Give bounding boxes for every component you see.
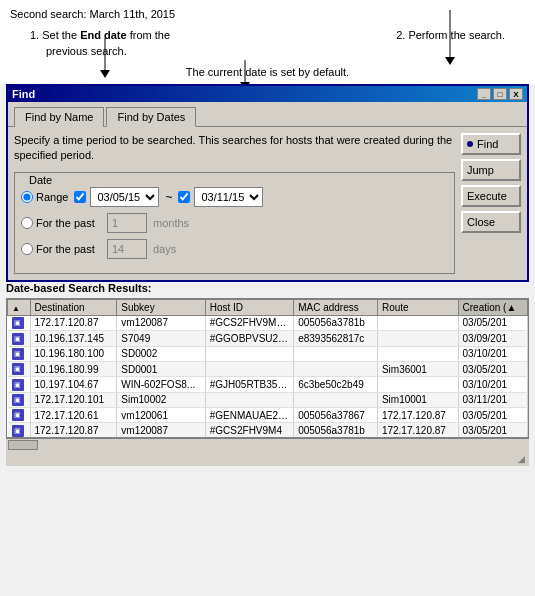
tab-find-by-dates[interactable]: Find by Dates (106, 107, 196, 127)
maximize-button[interactable]: □ (493, 88, 507, 100)
cell-mac: 6c3be50c2b49 (294, 377, 378, 392)
tab-find-by-name[interactable]: Find by Name (14, 107, 104, 127)
cell-icon: ▣ (8, 315, 31, 330)
cell-route (377, 331, 458, 346)
resize-grip-icon: ◢ (518, 454, 525, 464)
pc-icon: ▣ (12, 317, 24, 329)
results-table-container: ▲ Destination Subkey Host ID MAC address… (6, 298, 529, 438)
dialog-body: Specify a time period to be searched. Th… (8, 127, 527, 280)
date-group-label: Date (25, 174, 56, 186)
cell-destination: 10.196.180.100 (30, 346, 117, 361)
cell-destination: 10.197.104.67 (30, 377, 117, 392)
results-table: ▲ Destination Subkey Host ID MAC address… (7, 299, 528, 438)
cell-route (377, 315, 458, 330)
cell-mac (294, 392, 378, 407)
range-row: Range 03/05/15 ~ 03/11/15 (21, 187, 448, 207)
results-label: Date-based Search Results: (6, 282, 529, 294)
cell-subkey: WIN-602FOS8... (117, 377, 205, 392)
cell-hostid: #GGOBPVSU2A... (205, 331, 293, 346)
cell-icon: ▣ (8, 331, 31, 346)
arrow-step1 (100, 38, 110, 78)
table-row[interactable]: ▣ 172.17.120.101 Sim10002 Sim10001 03/11… (8, 392, 528, 407)
cell-creation: 03/05/201 (458, 407, 527, 422)
col-header-route[interactable]: Route (377, 299, 458, 315)
col-header-creation[interactable]: Creation (▲ (458, 299, 527, 315)
col-header-mac[interactable]: MAC address (294, 299, 378, 315)
col-header-subkey[interactable]: Subkey (117, 299, 205, 315)
table-row[interactable]: ▣ 10.196.137.145 S7049 #GGOBPVSU2A... e8… (8, 331, 528, 346)
scrollbar-thumb[interactable] (8, 440, 38, 450)
cell-creation: 03/05/201 (458, 361, 527, 376)
col-header-hostid[interactable]: Host ID (205, 299, 293, 315)
cell-route: Sim10001 (377, 392, 458, 407)
past-months-radio-label[interactable]: For the past (21, 217, 101, 229)
cell-destination: 172.17.120.87 (30, 423, 117, 438)
start-date-container: 03/05/15 (74, 187, 159, 207)
table-row[interactable]: ▣ 172.17.120.87 vm120087 #GCS2FHV9M4 005… (8, 423, 528, 438)
cell-destination: 172.17.120.87 (30, 315, 117, 330)
cell-route (377, 377, 458, 392)
table-row[interactable]: ▣ 10.196.180.100 SD0002 03/10/201 (8, 346, 528, 361)
cell-route: Sim36001 (377, 361, 458, 376)
description-text: Specify a time period to be searched. Th… (14, 133, 455, 164)
cell-icon: ▣ (8, 392, 31, 407)
end-date-checkbox[interactable] (178, 191, 190, 203)
start-date-checkbox[interactable] (74, 191, 86, 203)
cell-subkey: vm120087 (117, 423, 205, 438)
cell-mac: 005056a3781b (294, 423, 378, 438)
col-header-destination[interactable]: Destination (30, 299, 117, 315)
cell-hostid (205, 361, 293, 376)
past-months-radio[interactable] (21, 217, 33, 229)
minimize-button[interactable]: _ (477, 88, 491, 100)
months-label: months (153, 217, 189, 229)
find-dialog: Find _ □ X Find by Name Find by Dates Sp… (6, 84, 529, 282)
cell-subkey: vm120061 (117, 407, 205, 422)
cell-hostid: #GENMAUAE2K... (205, 407, 293, 422)
execute-button[interactable]: Execute (461, 185, 521, 207)
range-radio[interactable] (21, 191, 33, 203)
dialog-side-buttons: Find Jump Execute Close (461, 133, 521, 274)
end-date-select[interactable]: 03/11/15 (194, 187, 263, 207)
pc-icon: ▣ (12, 363, 24, 375)
cell-mac (294, 346, 378, 361)
dialog-titlebar: Find _ □ X (8, 86, 527, 102)
table-row[interactable]: ▣ 172.17.120.87 vm120087 #GCS2FHV9M4... … (8, 315, 528, 330)
current-date-note: The current date is set by default. (10, 64, 525, 81)
table-row[interactable]: ▣ 172.17.120.61 vm120061 #GENMAUAE2K... … (8, 407, 528, 422)
days-spinbox[interactable]: 14 (107, 239, 147, 259)
end-date-container: 03/11/15 (178, 187, 263, 207)
cell-creation: 03/05/201 (458, 423, 527, 438)
past-days-radio-label[interactable]: For the past (21, 243, 101, 255)
svg-marker-1 (100, 70, 110, 78)
pc-icon: ▣ (12, 425, 24, 437)
past-days-row: For the past 14 days (21, 239, 448, 259)
arrow-step2 (445, 10, 455, 65)
cell-subkey: vm120087 (117, 315, 205, 330)
cell-mac (294, 361, 378, 376)
col-header-icon[interactable]: ▲ (8, 299, 31, 315)
svg-marker-3 (445, 57, 455, 65)
cell-route (377, 346, 458, 361)
start-date-select[interactable]: 03/05/15 (90, 187, 159, 207)
cell-hostid: #GCS2FHV9M4... (205, 315, 293, 330)
cell-icon: ▣ (8, 361, 31, 376)
cell-subkey: SD0002 (117, 346, 205, 361)
range-radio-label[interactable]: Range (21, 191, 68, 203)
jump-button[interactable]: Jump (461, 159, 521, 181)
close-button[interactable]: X (509, 88, 523, 100)
table-row[interactable]: ▣ 10.197.104.67 WIN-602FOS8... #GJH05RTB… (8, 377, 528, 392)
cell-hostid (205, 392, 293, 407)
cell-route: 172.17.120.87 (377, 423, 458, 438)
tabs-row: Find by Name Find by Dates (8, 102, 527, 127)
titlebar-buttons: _ □ X (477, 88, 523, 100)
pc-icon: ▣ (12, 333, 24, 345)
find-button[interactable]: Find (461, 133, 521, 155)
close-dialog-button[interactable]: Close (461, 211, 521, 233)
past-days-radio[interactable] (21, 243, 33, 255)
step2-label: 2. Perform the search. (258, 27, 506, 44)
months-spinbox[interactable]: 1 (107, 213, 147, 233)
step1-label: 1. Set the End date from the previous se… (30, 27, 258, 60)
horizontal-scrollbar[interactable] (6, 438, 529, 452)
table-row[interactable]: ▣ 10.196.180.99 SD0001 Sim36001 03/05/20… (8, 361, 528, 376)
cell-creation: 03/10/201 (458, 377, 527, 392)
